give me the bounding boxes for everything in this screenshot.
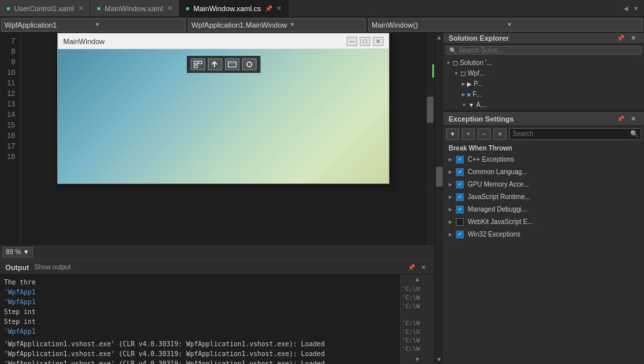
tab-pin-icon[interactable]: 📌 [265,5,272,12]
exc-item-cpp[interactable]: ▶ C++ Exceptions [443,153,644,166]
tab-close-3[interactable]: ✕ [276,5,282,12]
exception-add-btn[interactable]: + [462,128,475,140]
exc-arrow-js: ▶ [449,192,452,202]
wpf-maximize-btn[interactable]: □ [360,37,370,46]
output-line-8: 'WpfApplication1.vshost.exe' (CLR v4.0.3… [4,339,396,349]
output-close-icon[interactable]: ✕ [418,262,429,273]
exc-item-clr[interactable]: ▶ Common Languag... [443,166,644,178]
tab-nav-left[interactable]: ◀ [620,5,631,12]
output-scroll-down[interactable]: ▼ [401,355,434,364]
exc-checkbox-managed[interactable] [456,206,464,214]
middle-scrollbar[interactable]: ▲ ▼ [434,33,443,364]
namespace-dropdown-value: WpfApplication1.MainWindow [191,21,287,29]
exception-columns-icon: ≡ [498,131,501,137]
tree-wpf-label: Wpf... [468,68,485,79]
code-content[interactable]: MainWindow ─ □ ✕ [21,33,426,244]
tab-usercontrol1[interactable]: ■ UserControl1.xaml ✕ [0,0,91,16]
exc-checkbox-clr[interactable] [456,168,464,176]
exc-arrow-cpp: ▶ [449,154,452,164]
exc-checkbox-gpu[interactable] [456,181,464,189]
tree-refs-icon: ■ [467,89,470,100]
solution-pin-icon[interactable]: 📌 [615,33,626,43]
mid-scroll-up[interactable]: ▲ [435,33,443,42]
tree-props-label: P... [474,79,483,89]
exc-label-win32: Win32 Exceptions [468,229,520,239]
exception-columns-btn[interactable]: ≡ [493,128,507,140]
scrollbar-thumb[interactable] [427,97,433,123]
tree-props[interactable]: ▶ ▶ P... [446,79,641,89]
exc-item-js[interactable]: ▶ JavaScript Runtime... [443,191,644,203]
wpf-close-btn[interactable]: ✕ [373,37,384,46]
mid-scroll-thumb[interactable] [436,167,443,187]
wpf-toolbar [187,56,260,73]
output-right-col: ▲ 'C:\U 'C:\W 'C:\W 'C:\W 'C:\U 'C:\W 'C… [400,275,434,364]
wpf-tool-3[interactable] [225,58,239,70]
output-header: Output Show output 📌 ✕ [0,260,434,275]
tree-refs-arrow: ▶ [462,89,465,100]
zoom-dropdown[interactable]: 89 % ▼ [3,247,33,258]
namespace-dropdown[interactable]: WpfApplication1.MainWindow ▼ [188,18,366,32]
class-dropdown-value: WpfApplication1 [5,21,92,29]
wpf-tool-4[interactable] [242,58,257,70]
output-panel: Output Show output 📌 ✕ The thre 'WpfApp1… [0,259,434,364]
tab-close-1[interactable]: ✕ [78,5,84,12]
class-dropdown[interactable]: WpfApplication1 ▼ [1,18,186,32]
exception-search-input[interactable] [512,130,628,137]
solution-search-input[interactable] [458,47,638,54]
exc-checkbox-cpp[interactable] [456,156,464,164]
exc-item-managed[interactable]: ▶ Managed Debuggi... [443,203,644,216]
tab-nav-right[interactable]: ▼ [631,5,641,12]
scrollbar-indicator [432,64,434,78]
solution-close-icon[interactable]: ✕ [628,33,639,43]
exc-item-webkit[interactable]: ▶ WebKit JavaScript E... [443,216,644,228]
wpf-minimize-btn[interactable]: ─ [347,37,357,46]
wpf-title-text: MainWindow [63,37,347,45]
svg-rect-2 [194,65,197,68]
exc-arrow-win32: ▶ [449,229,452,239]
solution-search[interactable]: 🔍 [446,46,641,55]
output-scroll-up[interactable]: ▲ [401,275,434,284]
tree-solution[interactable]: ▼ ◻ Solution '... [446,58,641,68]
line-num-10: 10 [5,67,15,78]
tab-close-2[interactable]: ✕ [167,5,172,12]
wpf-tool-2[interactable] [208,58,222,70]
line-num-17: 17 [5,141,15,151]
exc-item-win32[interactable]: ▶ Win32 Exceptions [443,228,644,240]
zoom-value: 89 % [6,248,21,256]
exc-label-js: JavaScript Runtime... [468,192,530,202]
exception-close-icon[interactable]: ✕ [628,114,639,124]
exception-remove-btn[interactable]: − [478,128,491,140]
exception-filter-btn[interactable]: ▼ [446,128,459,140]
svg-rect-4 [228,62,236,67]
wpf-tool-1[interactable] [191,58,205,70]
exception-body: Break When Thrown ▶ C++ Exceptions ▶ Com… [443,142,644,364]
exception-header: Exception Settings 📌 ✕ [443,112,644,126]
output-body-wrapper: The thre 'WpfApp1 'WpfApp1 Step int Step… [0,275,434,364]
exception-search[interactable]: 🔍 [509,128,641,140]
tree-wpf[interactable]: ▼ ◻ Wpf... [446,68,641,79]
output-line-5: Step int [4,317,396,327]
exc-checkbox-webkit[interactable] [456,218,464,226]
exception-pin-icon[interactable]: 📌 [615,114,626,124]
tree-refs[interactable]: ▶ ■ F... [446,89,641,100]
exc-item-gpu[interactable]: ▶ GPU Memory Acce... [443,178,644,191]
code-scrollbar[interactable] [426,33,434,244]
line-num-15: 15 [5,120,15,130]
tab-mainwindow-cs[interactable]: ■ MainWindow.xaml.cs 📌 ✕ [180,0,289,16]
tab-mainwindow-xaml[interactable]: ■ MainWindow.xaml ✕ [91,0,180,16]
mid-scroll-down[interactable]: ▼ [435,355,443,364]
line-num-11: 11 [5,78,15,88]
wpf-titlebar: MainWindow ─ □ ✕ [58,34,389,49]
tree-solution-label: Solution '... [460,58,492,68]
output-line-1: The thre [4,277,396,287]
exc-checkbox-win32[interactable] [456,231,464,239]
line-num-18: 18 [5,151,15,162]
method-dropdown[interactable]: MainWindow() ▼ [368,18,643,32]
tree-app[interactable]: ▼ ▼ A... [446,100,641,110]
output-line-4: Step int [4,307,396,317]
output-body[interactable]: The thre 'WpfApp1 'WpfApp1 Step int Step… [0,275,400,364]
exc-checkbox-js[interactable] [456,193,464,201]
tree-props-icon: ▶ [467,79,472,89]
exc-arrow-clr: ▶ [449,167,452,177]
output-pin-icon[interactable]: 📌 [406,262,416,273]
